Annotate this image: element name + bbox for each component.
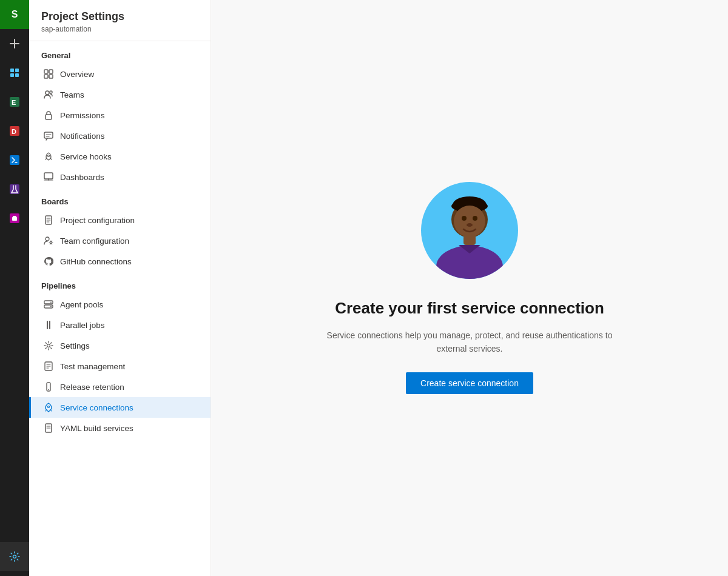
svg-rect-14: [44, 70, 48, 73]
svg-point-13: [13, 555, 16, 558]
sidebar-item-teams[interactable]: Teams: [29, 84, 211, 105]
sidebar-subtitle: sap-automation: [41, 25, 198, 33]
svg-point-47: [48, 406, 50, 408]
svg-point-57: [467, 223, 473, 227]
svg-rect-58: [463, 235, 476, 245]
sidebar-item-project-configuration[interactable]: Project configuration: [29, 210, 211, 230]
sidebar-item-yaml-build-services[interactable]: YAML build services: [29, 418, 211, 438]
sidebar-item-label-notifications: Notifications: [60, 132, 198, 141]
sidebar-item-label-release-retention: Release retention: [60, 383, 198, 392]
sidebar-item-label-github-connections: GitHub connections: [60, 257, 198, 266]
sidebar-item-team-configuration[interactable]: Team configuration: [29, 230, 211, 251]
sidebar-item-label-permissions: Permissions: [60, 111, 198, 120]
svg-rect-16: [44, 75, 48, 78]
sidebar-item-service-connections[interactable]: Service connections: [29, 397, 211, 418]
rail-add-icon[interactable]: [0, 29, 29, 58]
sidebar-item-agent-pools[interactable]: Agent pools: [29, 294, 211, 315]
section-header-general: General: [29, 41, 211, 64]
comment-icon: [43, 130, 54, 141]
empty-state-title: Create your first service connection: [335, 298, 604, 319]
test-icon: [43, 361, 54, 372]
svg-text:E: E: [12, 99, 16, 106]
rail-devops-icon[interactable]: D: [0, 116, 29, 146]
sidebar-item-label-project-configuration: Project configuration: [60, 216, 198, 225]
svg-rect-1: [15, 69, 19, 72]
main-content: Create your first service connection Ser…: [211, 0, 728, 576]
sidebar-item-label-settings: Settings: [60, 341, 198, 350]
sidebar-item-release-retention[interactable]: Release retention: [29, 377, 211, 397]
sidebar-item-label-yaml-build-services: YAML build services: [60, 424, 198, 433]
dashboard-icon: [43, 172, 54, 183]
svg-point-36: [50, 302, 52, 303]
svg-rect-20: [46, 115, 52, 119]
rocket2-icon: [43, 402, 54, 413]
rail-excel-icon[interactable]: E: [0, 87, 29, 116]
empty-state: Create your first service connection Ser…: [312, 182, 627, 395]
doc-icon: [43, 215, 54, 226]
svg-rect-2: [10, 73, 14, 77]
sidebar-item-parallel-jobs[interactable]: Parallel jobs: [29, 315, 211, 335]
sidebar-item-service-hooks[interactable]: Service hooks: [29, 146, 211, 167]
sidebar-item-label-agent-pools: Agent pools: [60, 300, 198, 309]
svg-rect-17: [49, 75, 53, 78]
sidebar-item-label-parallel-jobs: Parallel jobs: [60, 321, 198, 330]
sidebar-item-label-dashboards: Dashboards: [60, 173, 198, 182]
sidebar-item-notifications[interactable]: Notifications: [29, 126, 211, 146]
svg-rect-3: [15, 73, 19, 77]
rail-pink-icon[interactable]: [0, 204, 29, 233]
empty-state-description: Service connections help you manage, pro…: [312, 329, 627, 356]
svg-rect-21: [44, 132, 53, 138]
sidebar-item-label-test-management: Test management: [60, 362, 198, 371]
sidebar-item-label-service-hooks: Service hooks: [60, 152, 198, 161]
people-settings-icon: [43, 235, 54, 246]
icon-rail: S E D: [0, 0, 29, 576]
sidebar-scroll: GeneralOverviewTeamsPermissionsNotificat…: [29, 41, 211, 576]
svg-point-40: [47, 344, 50, 347]
svg-point-55: [462, 216, 467, 221]
server-icon: [43, 299, 54, 310]
sidebar-title: Project Settings: [41, 10, 198, 24]
rocket-icon: [43, 151, 54, 162]
people-icon: [43, 89, 54, 100]
sidebar: Project Settings sap-automation GeneralO…: [29, 0, 211, 576]
lock-icon: [43, 110, 54, 121]
svg-rect-0: [10, 69, 14, 72]
grid-icon: [43, 69, 54, 79]
sidebar-item-overview[interactable]: Overview: [29, 64, 211, 84]
create-service-connection-button[interactable]: Create service connection: [406, 372, 533, 394]
rail-settings-icon[interactable]: [0, 542, 29, 571]
section-header-boards: Boards: [29, 187, 211, 210]
app-avatar[interactable]: S: [0, 0, 29, 29]
phone-icon: [43, 381, 54, 392]
svg-point-56: [473, 216, 477, 221]
rail-boards-icon[interactable]: [0, 58, 29, 87]
sidebar-header: Project Settings sap-automation: [29, 0, 211, 41]
rail-flask-icon[interactable]: [0, 175, 29, 204]
gear-icon: [43, 340, 54, 351]
sidebar-item-permissions[interactable]: Permissions: [29, 105, 211, 126]
sidebar-item-label-teams: Teams: [60, 90, 198, 99]
svg-rect-25: [44, 173, 53, 179]
sidebar-item-label-overview: Overview: [60, 70, 198, 79]
svg-rect-15: [49, 70, 53, 73]
svg-rect-12: [13, 216, 16, 218]
svg-point-32: [46, 237, 49, 241]
doc2-icon: [43, 423, 54, 434]
svg-text:D: D: [12, 128, 16, 135]
illustration: [421, 182, 518, 279]
sidebar-item-label-team-configuration: Team configuration: [60, 236, 198, 246]
sidebar-item-settings[interactable]: Settings: [29, 335, 211, 356]
sidebar-item-github-connections[interactable]: GitHub connections: [29, 251, 211, 272]
sidebar-item-dashboards[interactable]: Dashboards: [29, 167, 211, 187]
sidebar-item-label-service-connections: Service connections: [60, 403, 198, 412]
sidebar-item-test-management[interactable]: Test management: [29, 356, 211, 377]
svg-point-46: [48, 389, 49, 390]
svg-point-37: [50, 306, 52, 307]
github-icon: [43, 256, 54, 267]
svg-point-24: [48, 155, 50, 157]
rail-blue-icon[interactable]: [0, 146, 29, 175]
parallel-icon: [43, 320, 54, 330]
svg-point-19: [50, 91, 52, 93]
section-header-pipelines: Pipelines: [29, 272, 211, 294]
svg-point-18: [46, 91, 49, 95]
